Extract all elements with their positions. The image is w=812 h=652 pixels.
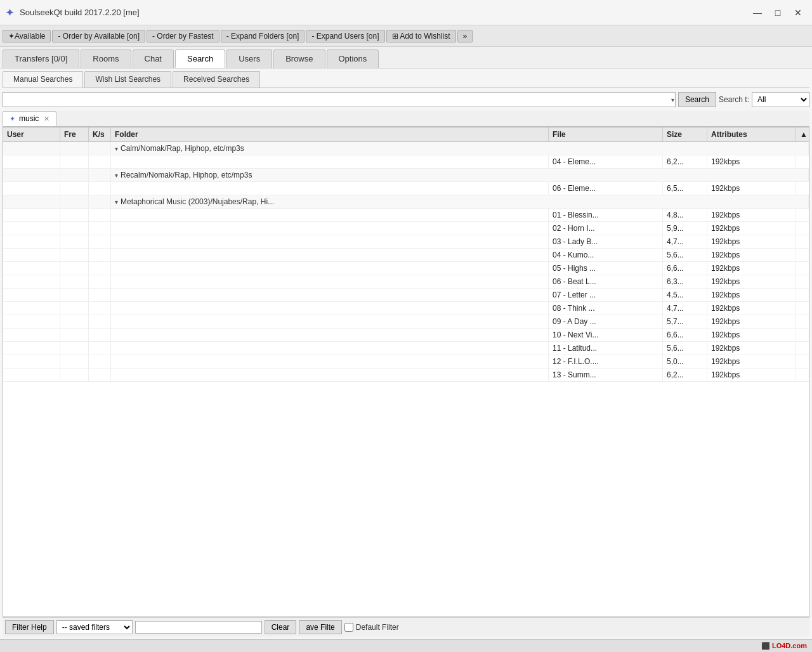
free-cell	[60, 169, 89, 181]
search-input[interactable]	[3, 92, 676, 107]
size-cell: 5,7...	[663, 315, 707, 328]
order-fastest-btn[interactable]: - Order by Fastest	[147, 30, 219, 42]
tab-options[interactable]: Options	[327, 49, 379, 68]
size-cell: 4,7...	[663, 302, 707, 315]
results-tab-bar: ✦ music ✕	[3, 111, 809, 127]
attr-cell: 192kbps	[707, 302, 796, 315]
file-cell: 04 - Kumo...	[549, 249, 663, 261]
col-speed[interactable]: K/s	[89, 127, 111, 141]
more-options-btn[interactable]: »	[457, 30, 473, 42]
maximize-button[interactable]: □	[769, 6, 787, 20]
size-cell: 6,2...	[663, 155, 707, 168]
close-button[interactable]: ✕	[789, 6, 807, 20]
table-row[interactable]: 11 - Latitud... 5,6... 192kbps	[3, 342, 809, 355]
table-row[interactable]: 04 - Eleme... 6,2... 192kbps	[3, 155, 809, 169]
folder-cell	[111, 182, 549, 195]
folder-toggle[interactable]: ▾	[115, 145, 118, 152]
table-row[interactable]: 05 - Highs ... 6,6... 192kbps	[3, 262, 809, 275]
table-row[interactable]: 01 - Blessin... 4,8... 192kbps	[3, 209, 809, 222]
col-sort[interactable]: ▲	[796, 127, 809, 141]
table-row[interactable]: 02 - Horn I... 5,9... 192kbps	[3, 222, 809, 235]
search-type-select[interactable]: All Audio Video Images Documents	[752, 92, 809, 107]
saved-filters-select[interactable]: -- saved filters	[56, 620, 133, 634]
filter-input[interactable]	[135, 621, 262, 634]
search-dropdown-arrow[interactable]: ▾	[671, 96, 674, 103]
title-bar-left: ✦ SoulseekQt build 2017.2.20 [me]	[5, 6, 140, 20]
sub-tabs: Manual Searches Wish List Searches Recei…	[3, 71, 809, 88]
table-row[interactable]: 06 - Eleme... 6,5... 192kbps	[3, 182, 809, 195]
sub-tab-wishlist[interactable]: Wish List Searches	[84, 71, 171, 88]
main-tabs: Transfers [0/0] Rooms Chat Search Users …	[0, 47, 812, 68]
add-wishlist-btn[interactable]: ⊞ Add to Wishlist	[386, 30, 456, 42]
attr-cell: 192kbps	[707, 342, 796, 355]
sub-tab-received[interactable]: Received Searches	[173, 71, 260, 88]
sub-tab-manual[interactable]: Manual Searches	[3, 71, 83, 88]
results-header: User Fre K/s Folder File Size Attributes…	[3, 127, 809, 142]
folder-toggle[interactable]: ▾	[115, 172, 118, 179]
table-row[interactable]: 04 - Kumo... 5,6... 192kbps	[3, 249, 809, 262]
file-cell: 11 - Latitud...	[549, 342, 663, 355]
folder-row[interactable]: ▾ Calm/Nomak/Rap, Hiphop, etc/mp3s	[3, 142, 809, 155]
size-cell: 6,6...	[663, 329, 707, 341]
content-area: Manual Searches Wish List Searches Recei…	[0, 68, 812, 639]
folder-cell: ▾ Recalm/Nomak/Rap, Hiphop, etc/mp3s	[111, 169, 809, 181]
expand-folders-btn[interactable]: - Expand Folders [on]	[221, 30, 305, 42]
tab-transfers[interactable]: Transfers [0/0]	[3, 49, 79, 68]
col-attributes[interactable]: Attributes	[707, 127, 796, 141]
file-cell: 06 - Eleme...	[549, 182, 663, 195]
results-container: User Fre K/s Folder File Size Attributes…	[3, 127, 809, 617]
size-cell: 4,8...	[663, 209, 707, 221]
results-tab-music[interactable]: ✦ music ✕	[3, 111, 56, 126]
table-row[interactable]: 13 - Summ... 6,2... 192kbps	[3, 368, 809, 382]
order-available-btn[interactable]: - Order by Available [on]	[52, 30, 145, 42]
size-cell: 5,6...	[663, 249, 707, 261]
folder-path: Metaphorical Music (2003)/Nujabes/Rap, H…	[121, 197, 274, 206]
title-bar: ✦ SoulseekQt build 2017.2.20 [me] — □ ✕	[0, 0, 812, 25]
table-row[interactable]: 10 - Next Vi... 6,6... 192kbps	[3, 329, 809, 342]
expand-users-btn[interactable]: - Expand Users [on]	[306, 30, 384, 42]
filter-help-button[interactable]: Filter Help	[5, 620, 54, 634]
col-size[interactable]: Size	[663, 127, 707, 141]
tab-rooms[interactable]: Rooms	[81, 49, 131, 68]
user-cell	[3, 155, 60, 168]
toolbar: ✦Available - Order by Available [on] - O…	[0, 25, 812, 47]
clear-filter-button[interactable]: Clear	[265, 620, 297, 634]
tab-browse[interactable]: Browse	[273, 49, 325, 68]
attr-cell: 192kbps	[707, 222, 796, 235]
available-btn[interactable]: ✦Available	[3, 30, 51, 42]
attr-cell: 192kbps	[707, 155, 796, 168]
search-bar: ▾ Search Search t: All Audio Video Image…	[3, 92, 809, 107]
folder-row[interactable]: ▾ Metaphorical Music (2003)/Nujabes/Rap,…	[3, 195, 809, 209]
search-button[interactable]: Search	[678, 92, 716, 107]
folder-toggle[interactable]: ▾	[115, 199, 118, 205]
attr-cell: 192kbps	[707, 182, 796, 195]
size-cell: 6,5...	[663, 182, 707, 195]
folder-path: Recalm/Nomak/Rap, Hiphop, etc/mp3s	[121, 171, 252, 179]
speed-cell	[89, 142, 111, 155]
default-filter-checkbox[interactable]	[344, 623, 353, 632]
col-free[interactable]: Fre	[60, 127, 89, 141]
sort-cell	[796, 182, 809, 195]
table-row[interactable]: 12 - F.I.L.O.... 5,0... 192kbps	[3, 355, 809, 368]
file-cell: 06 - Beat L...	[549, 275, 663, 288]
table-row[interactable]: 08 - Think ... 4,7... 192kbps	[3, 302, 809, 315]
col-folder[interactable]: Folder	[111, 127, 549, 141]
speed-cell	[89, 195, 111, 208]
col-file[interactable]: File	[549, 127, 663, 141]
table-row[interactable]: 09 - A Day ... 5,7... 192kbps	[3, 315, 809, 329]
filter-bar: Filter Help -- saved filters Clear ave F…	[3, 617, 809, 637]
folder-cell: ▾ Calm/Nomak/Rap, Hiphop, etc/mp3s	[111, 142, 809, 155]
minimize-button[interactable]: —	[749, 6, 766, 20]
folder-row[interactable]: ▾ Recalm/Nomak/Rap, Hiphop, etc/mp3s	[3, 169, 809, 182]
tab-chat[interactable]: Chat	[133, 49, 174, 68]
save-filter-button[interactable]: ave Filte	[299, 620, 341, 634]
table-row[interactable]: 03 - Lady B... 4,7... 192kbps	[3, 235, 809, 249]
tab-close-btn[interactable]: ✕	[44, 115, 49, 123]
tab-search[interactable]: Search	[175, 49, 225, 68]
table-row[interactable]: 06 - Beat L... 6,3... 192kbps	[3, 275, 809, 289]
attr-cell: 192kbps	[707, 329, 796, 341]
tab-users[interactable]: Users	[226, 49, 272, 68]
col-user[interactable]: User	[3, 127, 60, 141]
size-cell: 6,2...	[663, 368, 707, 381]
table-row[interactable]: 07 - Letter ... 4,5... 192kbps	[3, 289, 809, 302]
